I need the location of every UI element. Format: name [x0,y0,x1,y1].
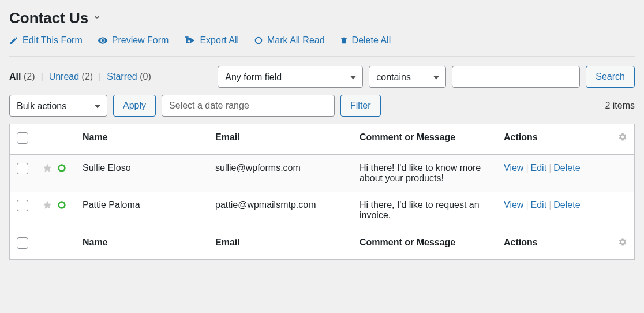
search-condition-select[interactable]: contains [369,66,446,88]
separator: | [40,72,43,82]
svg-point-1 [59,165,65,172]
cell-message: Hi there, I'd like to request an invoice… [353,192,497,229]
table-row: Sullie Eloso sullie@wpforms.com Hi there… [10,155,635,192]
pencil-icon [9,36,18,45]
unread-indicator-icon[interactable] [57,163,66,173]
delete-all-label: Delete All [352,35,391,46]
select-all-checkbox-footer[interactable] [17,237,28,249]
export-icon [185,36,196,44]
filter-unread[interactable]: Unread (2) [49,72,93,82]
toolbar: Edit This Form Preview Form Export All M… [9,35,635,57]
column-actions-footer: Actions [497,229,611,260]
cell-email: sullie@wpforms.com [208,155,353,192]
page-title-text: Contact Us [9,9,88,27]
export-all-link[interactable]: Export All [184,35,239,46]
column-email-footer[interactable]: Email [208,229,353,260]
delete-link[interactable]: Delete [553,163,580,173]
trash-icon [340,36,348,45]
edit-form-label: Edit This Form [23,35,83,46]
view-link[interactable]: View [504,200,523,210]
star-icon[interactable] [42,163,53,173]
apply-button[interactable]: Apply [113,95,156,117]
filter-all-label: All [9,72,21,81]
row-checkbox[interactable] [17,200,28,211]
column-name-footer[interactable]: Name [76,229,208,260]
delete-all-link[interactable]: Delete All [340,35,391,46]
delete-link[interactable]: Delete [553,200,580,210]
column-name[interactable]: Name [76,124,208,155]
circle-icon [254,36,263,45]
preview-form-link[interactable]: Preview Form [98,35,169,46]
items-count: 2 items [605,100,635,111]
page-title[interactable]: Contact Us [9,9,635,27]
bulk-actions-select[interactable]: Bulk actions [9,95,107,117]
svg-point-0 [256,38,262,44]
cell-name: Sullie Eloso [76,155,208,192]
gear-icon[interactable] [618,237,627,247]
column-message-footer[interactable]: Comment or Message [353,229,497,260]
cell-email: pattie@wpmailsmtp.com [208,192,353,229]
svg-point-2 [59,202,65,208]
column-message[interactable]: Comment or Message [353,124,497,155]
edit-form-link[interactable]: Edit This Form [9,35,83,46]
search-input[interactable] [452,66,580,88]
search-button[interactable]: Search [586,66,635,88]
cell-message: Hi there! I'd like to know more about yo… [353,155,497,192]
edit-link[interactable]: Edit [531,200,547,210]
row-checkbox[interactable] [17,163,28,174]
eye-icon [98,35,108,46]
cell-name: Pattie Paloma [76,192,208,229]
filter-starred-count: (0) [140,72,151,81]
preview-form-label: Preview Form [112,35,169,46]
search-field-select[interactable]: Any form field [218,66,363,88]
filter-button[interactable]: Filter [340,95,381,117]
column-email[interactable]: Email [208,124,353,155]
filter-starred-label: Starred [107,72,137,81]
filter-all-count: (2) [24,72,35,81]
select-all-checkbox[interactable] [17,132,28,144]
mark-read-link[interactable]: Mark All Read [254,35,325,46]
date-range-input[interactable] [162,95,335,117]
view-filters: All (2) | Unread (2) | Starred (0) [9,72,151,82]
filter-unread-count: (2) [82,72,93,81]
gear-icon[interactable] [618,132,627,141]
filter-unread-label: Unread [49,72,79,81]
export-all-label: Export All [200,35,239,46]
column-actions: Actions [497,124,611,155]
filter-all[interactable]: All (2) [9,72,35,82]
edit-link[interactable]: Edit [531,163,547,173]
star-icon[interactable] [42,200,53,210]
entries-table: Name Email Comment or Message Actions Su… [9,124,635,260]
mark-read-label: Mark All Read [267,35,325,46]
view-link[interactable]: View [504,163,523,173]
chevron-down-icon [93,13,101,24]
separator: | [99,72,101,82]
unread-indicator-icon[interactable] [57,200,66,210]
filter-starred[interactable]: Starred (0) [107,72,151,82]
table-row: Pattie Paloma pattie@wpmailsmtp.com Hi t… [10,192,635,229]
